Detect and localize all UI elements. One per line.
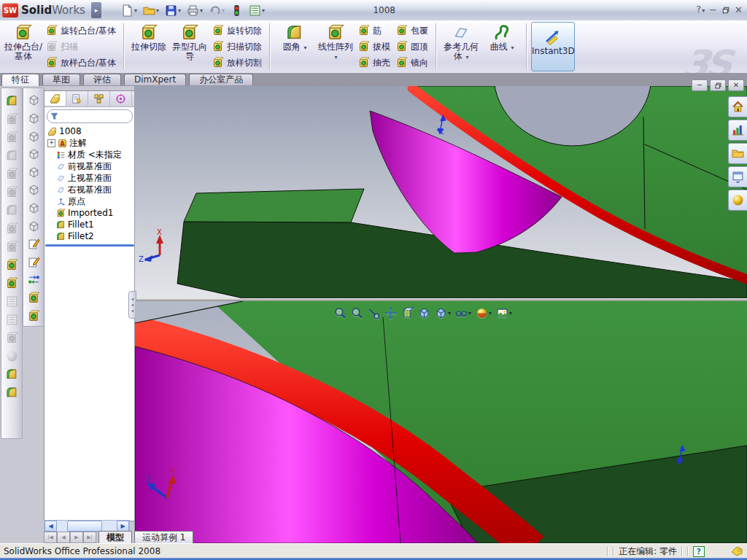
expand-plus-icon[interactable]: +	[47, 139, 55, 147]
dimxpertmanager-tab[interactable]	[110, 91, 132, 106]
tree-item-fillet2[interactable]: Fillet2	[44, 230, 135, 242]
zoom-fit-button[interactable]	[334, 307, 347, 319]
tab-evaluate[interactable]: 评估	[83, 74, 121, 85]
view-iso-button[interactable]	[26, 201, 42, 217]
tree-item-part[interactable]: 1008	[44, 125, 135, 137]
apply-scene-button[interactable]	[496, 307, 512, 319]
restore-button[interactable]	[721, 6, 730, 15]
green-top-face-left[interactable]	[184, 189, 364, 222]
doc-restore-button[interactable]	[710, 79, 726, 91]
print-button[interactable]	[185, 3, 205, 18]
shell-button[interactable]: 抽壳	[356, 55, 394, 71]
loft-cut-button[interactable]: 放样切割	[210, 55, 266, 71]
tab-dimxpert[interactable]: DimXpert	[124, 74, 186, 85]
sweep-cut-button[interactable]: 扫描切除	[210, 39, 266, 55]
zoom-area-button[interactable]	[351, 307, 363, 319]
view-left-button[interactable]	[26, 128, 42, 144]
tab-office-products[interactable]: 办公室产品	[189, 74, 253, 85]
convert-entities-button[interactable]	[26, 290, 42, 306]
tree-item-right-plane[interactable]: 右视基准面	[44, 184, 135, 195]
tool-button[interactable]	[4, 330, 20, 346]
tree-item-material[interactable]: 材质 <未指定	[44, 149, 135, 160]
feature-filter-input[interactable]	[61, 112, 126, 122]
fold-tool-button[interactable]	[4, 366, 20, 382]
model-view-top[interactable]: Z X	[135, 86, 747, 298]
rollback-bar[interactable]	[45, 244, 134, 246]
tree-item-fillet1[interactable]: Fillet1	[44, 219, 135, 230]
motion-study-tab[interactable]: 运动算例 1	[134, 531, 193, 543]
tool-button[interactable]	[4, 348, 20, 364]
curves-button[interactable]: 曲线	[481, 22, 522, 71]
previous-view-button[interactable]	[368, 307, 380, 319]
viewport-bottom[interactable]: Z X	[135, 301, 747, 543]
open-document-button[interactable]	[141, 3, 161, 18]
model-view-bottom[interactable]: Z X	[135, 301, 747, 543]
tree-item-annotations[interactable]: + 注解	[44, 137, 135, 149]
tool-button[interactable]	[4, 129, 20, 145]
boss-tool-button[interactable]	[4, 257, 20, 273]
tab-features[interactable]: 特征	[1, 74, 39, 86]
wrap-button[interactable]: 包覆	[394, 23, 432, 39]
view-right-button[interactable]	[26, 147, 42, 163]
tab-scroll-next-button[interactable]: ▶	[70, 532, 83, 543]
menu-expand-chevron[interactable]: ▸	[91, 2, 101, 18]
fold-tool-button[interactable]	[4, 384, 20, 400]
fillet-button[interactable]: 圆角	[274, 22, 315, 71]
tab-scroll-first-button[interactable]: |◀	[44, 532, 57, 543]
edit-appearance-button[interactable]	[476, 307, 492, 319]
tool-button[interactable]	[4, 147, 20, 163]
close-button[interactable]: ✕	[735, 4, 743, 16]
tag-icon[interactable]	[731, 545, 743, 557]
tool-button[interactable]	[4, 311, 20, 327]
tool-button[interactable]	[4, 111, 20, 127]
tree-item-front-plane[interactable]: 前视基准面	[44, 160, 135, 172]
section-view-button[interactable]	[401, 307, 414, 319]
solidworks-resources-button[interactable]	[728, 96, 747, 117]
viewport-top[interactable]: Z X	[135, 86, 747, 298]
offset-entities-button[interactable]	[26, 308, 42, 324]
design-library-button[interactable]	[728, 120, 747, 141]
sketch-button[interactable]	[26, 236, 42, 252]
linear-pattern-button[interactable]: 线性阵列	[315, 22, 356, 71]
surface-tool-button[interactable]	[4, 93, 20, 109]
hide-show-items-button[interactable]	[455, 307, 471, 319]
mirror-button[interactable]: 镜向	[394, 55, 432, 71]
pan-button[interactable]	[384, 307, 397, 319]
tool-button[interactable]	[4, 220, 20, 236]
options-button[interactable]	[247, 3, 267, 18]
tool-button[interactable]	[4, 166, 20, 182]
featuremanager-tab[interactable]	[44, 91, 66, 106]
configurationmanager-tab[interactable]	[88, 91, 110, 106]
view-orientation-button[interactable]	[418, 307, 430, 319]
draft-button[interactable]: 拔模	[356, 39, 394, 55]
revolve-boss-button[interactable]: 旋转凸台/基体	[44, 23, 120, 39]
rebuild-button[interactable]	[228, 3, 245, 18]
new-document-button[interactable]	[119, 3, 139, 18]
help-button[interactable]: ?	[696, 4, 705, 17]
tool-button[interactable]	[4, 184, 20, 200]
display-style-button[interactable]	[435, 307, 451, 319]
tab-sketch[interactable]: 草图	[42, 74, 80, 85]
sweep-boss-button[interactable]: 扫描	[44, 39, 120, 55]
tool-button[interactable]	[4, 202, 20, 218]
model-tab[interactable]: 模型	[98, 531, 132, 543]
propertymanager-tab[interactable]	[66, 91, 88, 106]
tab-scroll-prev-button[interactable]: ◀	[57, 532, 70, 543]
boss-tool-button[interactable]	[4, 275, 20, 291]
tool-button[interactable]	[4, 293, 20, 309]
view-back-button[interactable]	[26, 111, 42, 127]
extrude-boss-button[interactable]: 拉伸凸台/基体	[3, 22, 44, 71]
file-explorer-button[interactable]	[728, 143, 747, 164]
tool-button[interactable]	[4, 238, 20, 254]
view-palette-button[interactable]	[728, 166, 747, 187]
3d-sketch-button[interactable]	[26, 254, 42, 270]
instant3d-toggle[interactable]: Instant3D	[531, 22, 575, 71]
appearances-button[interactable]	[728, 190, 747, 211]
swap-entities-button[interactable]	[26, 272, 42, 288]
minimize-button[interactable]: −	[709, 4, 717, 16]
doc-close-button[interactable]: ✕	[728, 79, 744, 91]
extrude-cut-button[interactable]: 拉伸切除	[128, 22, 169, 71]
view-trimetric-button[interactable]	[26, 218, 42, 234]
tab-scroll-last-button[interactable]: ▶|	[83, 532, 96, 543]
reference-geometry-button[interactable]: 参考几何体	[441, 22, 481, 71]
